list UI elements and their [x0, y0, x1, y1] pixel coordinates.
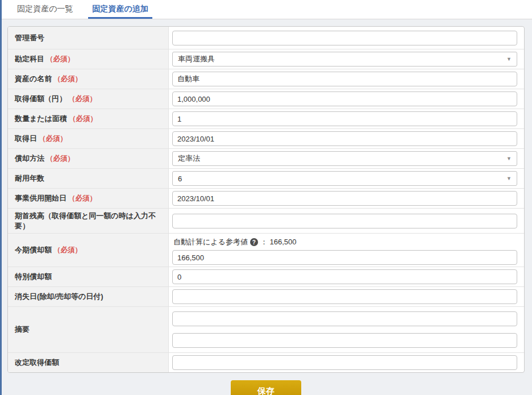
- form-row: 改定取得価額: [8, 353, 524, 372]
- row-label-text: 資産の名前: [15, 74, 52, 84]
- row-label: 取得日 （必須）: [8, 129, 169, 148]
- row-fields: 自動計算による参考値?： 166,500: [169, 234, 524, 267]
- form-row: 消失日(除却/売却等の日付): [8, 287, 524, 307]
- text-input[interactable]: [172, 289, 517, 304]
- required-badge: （必須）: [46, 154, 74, 164]
- form-row: 勘定科目 （必須） 車両運搬具▼: [8, 49, 524, 69]
- select-value: 車両運搬具: [178, 54, 215, 64]
- row-label-text: 取得価額（円）: [15, 94, 66, 104]
- auto-calc-reference-note: 自動計算による参考値?： 166,500: [172, 235, 517, 247]
- text-input[interactable]: [172, 72, 517, 86]
- row-label: 今期償却額 （必須）: [8, 234, 169, 267]
- tab-fixed-asset-list[interactable]: 固定資産の一覧: [13, 0, 77, 19]
- required-badge: （必須）: [53, 74, 82, 84]
- tab-bar: 固定資産の一覧 固定資産の追加: [0, 0, 532, 19]
- row-label-text: 消失日(除却/売却等の日付): [15, 292, 103, 302]
- required-badge: （必須）: [69, 114, 97, 124]
- row-label-text: 管理番号: [15, 33, 44, 43]
- form-row: 摘要: [8, 307, 524, 353]
- row-label: 勘定科目 （必須）: [8, 49, 169, 69]
- row-fields: [169, 89, 524, 109]
- row-fields: [169, 267, 524, 286]
- required-badge: （必須）: [46, 55, 74, 64]
- form-row: 償却方法 （必須） 定率法▼: [8, 149, 524, 169]
- fixed-asset-form-panel: 管理番号 勘定科目 （必須） 車両運搬具▼ 資産の名前 （必須） 取得価額（円）…: [7, 26, 525, 373]
- form-row: 管理番号: [8, 27, 524, 49]
- row-label-text: 勘定科目: [15, 54, 44, 64]
- row-label: 資産の名前 （必須）: [8, 69, 169, 89]
- row-label: 償却方法 （必須）: [8, 149, 169, 168]
- form-row: 資産の名前 （必須）: [8, 69, 524, 89]
- required-badge: （必須）: [68, 94, 97, 104]
- dropdown-arrow-icon: ▼: [506, 176, 512, 181]
- row-fields: [169, 353, 524, 372]
- row-fields: 定率法▼: [169, 149, 524, 168]
- form-row: 数量または面積 （必須）: [8, 109, 524, 129]
- select-value: 6: [178, 174, 182, 183]
- row-fields: [169, 209, 524, 233]
- help-icon[interactable]: ?: [250, 238, 258, 246]
- text-input[interactable]: [172, 31, 517, 45]
- text-input[interactable]: [172, 311, 517, 326]
- row-label: 摘要: [8, 307, 169, 352]
- text-input[interactable]: [172, 250, 517, 265]
- row-fields: [169, 287, 524, 306]
- row-fields: [169, 27, 524, 49]
- select-input[interactable]: 車両運搬具▼: [172, 52, 517, 66]
- text-input[interactable]: [172, 111, 517, 126]
- row-label-text: 摘要: [15, 325, 30, 335]
- row-label-text: 償却方法: [15, 153, 44, 164]
- text-input[interactable]: [172, 269, 517, 284]
- row-label-text: 特別償却額: [15, 272, 52, 282]
- save-button-area: 保存: [7, 373, 525, 395]
- row-label: 消失日(除却/売却等の日付): [8, 287, 169, 306]
- row-label-text: 改定取得価額: [15, 357, 59, 368]
- required-badge: （必須）: [68, 194, 97, 203]
- note-text: 自動計算による参考値: [173, 237, 248, 247]
- row-label: 管理番号: [8, 27, 169, 49]
- fixed-asset-form: 管理番号 勘定科目 （必須） 車両運搬具▼ 資産の名前 （必須） 取得価額（円）…: [0, 19, 532, 395]
- form-row: 取得価額（円） （必須）: [8, 89, 524, 109]
- note-value: ： 166,500: [260, 237, 297, 247]
- text-input[interactable]: [172, 355, 517, 370]
- row-label: 耐用年数: [8, 169, 169, 188]
- row-fields: 6▼: [169, 169, 524, 188]
- row-label: 改定取得価額: [8, 353, 169, 372]
- save-button[interactable]: 保存: [231, 380, 301, 395]
- row-label-text: 数量または面積: [15, 114, 67, 124]
- row-label-text: 今期償却額: [15, 245, 52, 255]
- row-label-text: 期首残高（取得価額と同一額の時は入力不要）: [15, 211, 164, 231]
- row-label-text: 耐用年数: [15, 173, 44, 184]
- row-fields: [169, 189, 524, 208]
- required-badge: （必須）: [53, 246, 82, 255]
- form-row: 期首残高（取得価額と同一額の時は入力不要）: [8, 209, 524, 234]
- row-fields: [169, 69, 524, 89]
- form-row: 特別償却額: [8, 267, 524, 287]
- row-label-text: 事業供用開始日: [15, 193, 66, 203]
- text-input[interactable]: [172, 191, 517, 206]
- text-input[interactable]: [172, 92, 517, 106]
- form-row: 今期償却額 （必須） 自動計算による参考値?： 166,500: [8, 234, 524, 267]
- form-row: 耐用年数 6▼: [8, 169, 524, 189]
- dropdown-arrow-icon: ▼: [506, 156, 512, 161]
- row-label: 特別償却額: [8, 267, 169, 286]
- text-input[interactable]: [172, 214, 517, 228]
- text-input[interactable]: [172, 333, 517, 348]
- select-input[interactable]: 6▼: [172, 171, 517, 186]
- row-label: 数量または面積 （必須）: [8, 109, 169, 128]
- row-fields: [169, 109, 524, 128]
- row-label-text: 取得日: [15, 134, 37, 144]
- left-edge-strip: [0, 0, 2, 395]
- select-input[interactable]: 定率法▼: [172, 151, 517, 166]
- dropdown-arrow-icon: ▼: [506, 57, 512, 62]
- row-label: 取得価額（円） （必須）: [8, 89, 169, 109]
- row-label: 事業供用開始日 （必須）: [8, 189, 169, 208]
- select-value: 定率法: [178, 153, 200, 164]
- text-input[interactable]: [172, 131, 517, 146]
- row-fields: 車両運搬具▼: [169, 49, 524, 69]
- tab-fixed-asset-add[interactable]: 固定資産の追加: [88, 0, 152, 19]
- form-row: 事業供用開始日 （必須）: [8, 189, 524, 209]
- row-fields: [169, 307, 524, 352]
- row-label: 期首残高（取得価額と同一額の時は入力不要）: [8, 209, 169, 233]
- row-fields: [169, 129, 524, 148]
